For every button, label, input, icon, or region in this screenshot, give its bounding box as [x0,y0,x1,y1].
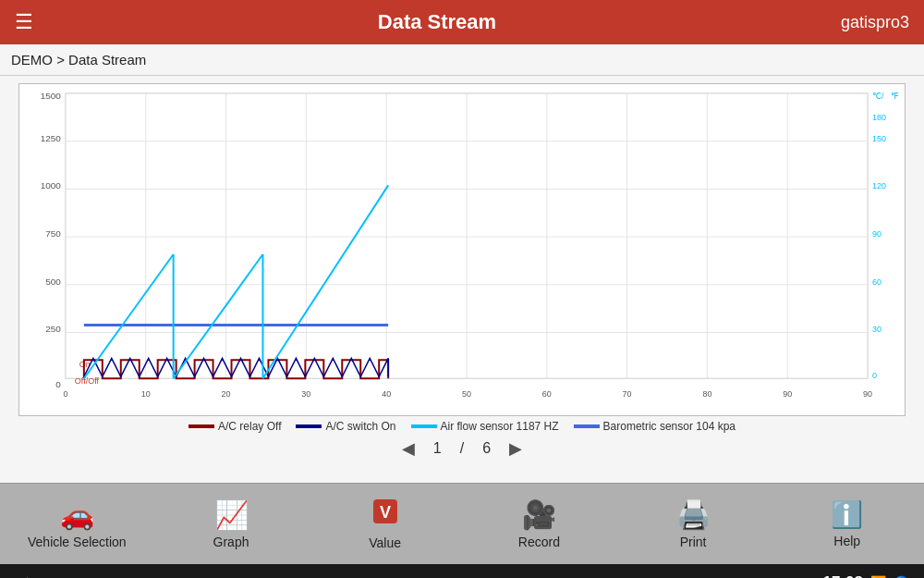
breadcrumb-text: DEMO > Data Stream [11,52,146,68]
system-bar: ◁ ○ □ 17:08 📶 🔵 [0,564,924,578]
svg-text:20: 20 [222,389,231,399]
page-total: 6 [482,440,491,457]
tab-record[interactable]: 🎥 Record [462,484,616,564]
help-icon: ℹ️ [831,499,863,530]
recents-button[interactable]: □ [67,573,78,579]
svg-text:10: 10 [141,389,151,399]
back-button[interactable]: ◁ [15,572,28,578]
sys-status-area: 17:08 📶 🔵 [823,573,909,578]
sys-nav-buttons: ◁ ○ □ [15,572,78,578]
app-header: ☰ Data Stream gatispro3 [0,0,924,44]
tab-help[interactable]: ℹ️ Help [770,484,924,564]
svg-text:90: 90 [872,229,881,239]
legend-color-ac-switch [296,424,322,428]
svg-text:60: 60 [542,389,552,399]
svg-text:1500: 1500 [41,91,62,101]
tab-vehicle-selection-label: Vehicle Selection [28,535,127,549]
svg-text:50: 50 [462,389,471,399]
chart-svg: 0 250 500 750 1000 1250 1500 On Off/Off … [19,84,905,415]
tab-graph-label: Graph [213,535,249,549]
svg-text:V: V [380,503,391,522]
svg-text:70: 70 [623,389,632,399]
svg-text:1250: 1250 [41,133,62,143]
svg-text:90: 90 [863,389,872,399]
legend-item-baro: Barometric sensor 104 kpa [574,420,736,433]
tab-print-label: Print [680,535,707,549]
svg-text:500: 500 [45,277,61,287]
legend-label-baro: Barometric sensor 104 kpa [603,420,736,433]
menu-icon[interactable]: ☰ [15,10,33,34]
svg-text:150: 150 [872,134,886,143]
svg-text:80: 80 [702,389,711,399]
sys-time: 17:08 [823,573,863,578]
legend-color-airflow [411,424,437,428]
vehicle-selection-icon: 🚗 [60,498,94,531]
svg-text:40: 40 [382,389,391,399]
legend-label-ac-relay: A/C relay Off [218,420,281,433]
svg-text:0: 0 [872,371,877,380]
svg-text:℃/: ℃/ [872,92,884,101]
svg-text:60: 60 [872,277,881,287]
prev-page-button[interactable]: ◀ [402,438,415,459]
svg-text:℉: ℉ [891,92,899,101]
home-button[interactable]: ○ [43,573,53,579]
tab-print[interactable]: 🖨️ Print [616,484,771,564]
tab-vehicle-selection[interactable]: 🚗 Vehicle Selection [0,484,154,564]
svg-text:90: 90 [783,389,792,399]
chart-container: 0 250 500 750 1000 1250 1500 On Off/Off … [18,83,906,416]
svg-text:180: 180 [872,113,886,122]
value-icon: V [371,498,399,532]
user-label: gatispro3 [841,13,909,32]
main-content: 0 250 500 750 1000 1250 1500 On Off/Off … [0,76,924,483]
graph-icon: 📈 [214,498,249,531]
legend-color-baro [574,424,600,428]
svg-text:750: 750 [45,228,61,239]
svg-text:Off/Off: Off/Off [75,376,100,386]
tab-graph[interactable]: 📈 Graph [154,484,309,564]
svg-text:0: 0 [63,389,67,399]
tab-value-label: Value [369,535,401,550]
legend-label-airflow: Air flow sensor 1187 HZ [441,420,559,433]
legend-item-airflow: Air flow sensor 1187 HZ [411,420,559,433]
svg-text:30: 30 [301,389,310,399]
pagination: ◀ 1 / 6 ▶ [402,433,522,464]
page-current: 1 [433,440,442,457]
legend-color-ac-relay [188,424,214,428]
page-separator: / [460,440,464,457]
legend-item-ac-relay: A/C relay Off [188,420,281,433]
next-page-button[interactable]: ▶ [509,438,522,459]
svg-text:1000: 1000 [41,180,62,191]
tab-value[interactable]: V Value [308,484,462,564]
breadcrumb: DEMO > Data Stream [0,44,924,76]
tab-help-label: Help [833,534,860,548]
tab-record-label: Record [518,535,560,549]
svg-text:30: 30 [872,326,881,335]
print-icon: 🖨️ [676,498,711,531]
svg-text:250: 250 [45,325,61,335]
legend-item-ac-switch: A/C switch On [296,420,395,433]
svg-text:120: 120 [872,181,886,191]
record-icon: 🎥 [522,498,556,531]
legend-label-ac-switch: A/C switch On [325,420,395,433]
chart-legend: A/C relay Off A/C switch On Air flow sen… [188,420,736,433]
app-title: Data Stream [378,10,496,34]
svg-text:0: 0 [55,379,61,389]
tab-bar: 🚗 Vehicle Selection 📈 Graph V Value 🎥 Re… [0,483,924,564]
